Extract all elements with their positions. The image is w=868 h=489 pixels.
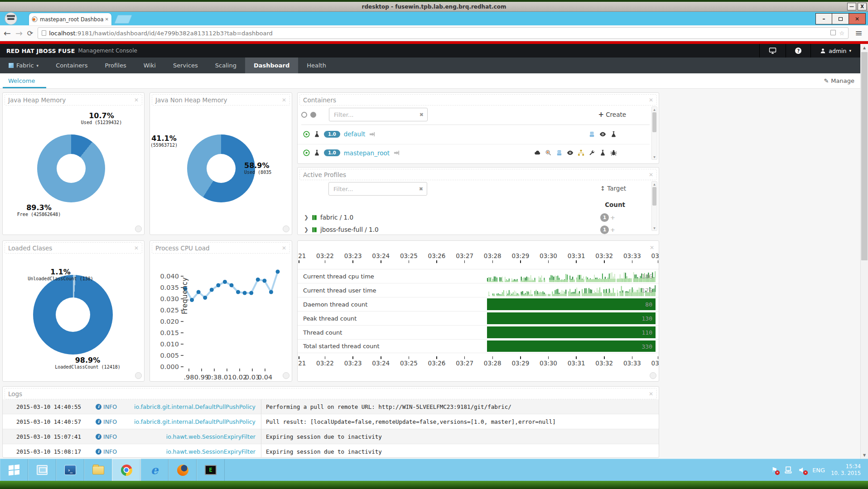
close-icon[interactable]: ✕ [649, 172, 653, 178]
rdesktop-close-button[interactable]: X [858, 3, 867, 10]
flask-icon[interactable] [313, 131, 320, 138]
clear-filter-icon[interactable]: ✖ [420, 112, 427, 118]
count-badge[interactable]: 1 [600, 213, 609, 222]
eye-icon[interactable] [599, 131, 606, 138]
widget-titlebar[interactable]: Containers✕ [299, 94, 657, 105]
widget-titlebar[interactable]: Process CPU Load✕ [152, 242, 290, 254]
add-profile-icon[interactable]: + [610, 226, 615, 233]
target-sort-button[interactable]: ↕ Target [600, 185, 626, 192]
profile-name[interactable]: jboss-fuse-full / 1.0 [320, 226, 378, 233]
close-icon[interactable]: ✕ [649, 97, 653, 103]
nav-item-dashboard[interactable]: Dashboard [245, 58, 298, 73]
container-row-mastepan-root[interactable]: 1.0 mastepan_root [298, 144, 650, 161]
chrome-taskbar-button[interactable] [112, 459, 140, 481]
clear-filter-icon[interactable]: ✖ [419, 186, 427, 192]
language-indicator[interactable]: ENG [812, 467, 825, 474]
profile-name[interactable]: fabric / 1.0 [320, 214, 353, 221]
container-link-mastepan-root[interactable]: mastepan_root [344, 149, 390, 157]
resize-handle[interactable] [283, 225, 289, 232]
resize-handle[interactable] [135, 372, 142, 379]
start-container-icon[interactable] [303, 131, 310, 138]
powershell-button[interactable]: ›_ [56, 459, 84, 481]
chevron-right-icon[interactable]: ❯ [304, 226, 309, 233]
nav-item-profiles[interactable]: Profiles [96, 58, 135, 73]
containers-filter-input[interactable] [329, 111, 420, 118]
widget-scrollbar[interactable]: ▲▼ [651, 181, 657, 231]
user-menu[interactable]: admin ▾ [810, 44, 860, 58]
forward-icon[interactable]: → [15, 29, 23, 38]
widget-titlebar[interactable]: Active Profiles✕ [299, 169, 657, 180]
nav-item-scaling[interactable]: Scaling [207, 58, 245, 73]
manage-button[interactable]: ✎Manage [824, 77, 854, 84]
volume-muted-icon[interactable]: ✕ [798, 466, 806, 474]
flask-icon[interactable] [313, 149, 320, 156]
container-row-default[interactable]: 1.0 default [298, 125, 650, 143]
resize-handle[interactable] [650, 372, 656, 379]
nav-item-services[interactable]: Services [164, 58, 207, 73]
browser-restore-button[interactable] [832, 13, 849, 24]
wrench-icon[interactable] [588, 149, 595, 156]
back-icon[interactable]: ← [4, 29, 11, 38]
close-icon[interactable]: ✕ [282, 97, 286, 103]
browser-minimize-button[interactable]: – [815, 13, 832, 24]
widget-titlebar[interactable]: Loaded Clases✕ [5, 242, 142, 254]
bug-icon[interactable] [610, 149, 617, 156]
cloud-icon[interactable] [534, 149, 541, 156]
flask-icon[interactable] [599, 149, 606, 156]
resize-handle[interactable] [283, 372, 289, 379]
eye-icon[interactable] [567, 149, 574, 156]
count-badge[interactable]: 1 [600, 225, 609, 234]
start-container-icon[interactable] [303, 149, 310, 156]
file-explorer-button[interactable] [84, 459, 112, 481]
add-profile-icon[interactable]: + [610, 214, 615, 221]
status-filter-outline-icon[interactable] [301, 112, 307, 118]
close-icon[interactable]: ✕ [649, 391, 653, 397]
nav-item-wiki[interactable]: Wiki [135, 58, 164, 73]
profile-row-fabric[interactable]: ❯ fabric / 1.0 1+ [304, 212, 650, 223]
scroll-down-icon[interactable]: ▼ [861, 451, 868, 459]
internet-explorer-button[interactable]: e [140, 459, 169, 481]
url-text[interactable]: localhost:9181/hawtio/dashboard/id/4e799… [49, 30, 273, 37]
action-center-flag-icon[interactable]: ⚑✕ [770, 466, 778, 474]
chrome-menu-icon[interactable]: ≡ [853, 28, 864, 38]
chevron-right-icon[interactable]: ❯ [304, 214, 309, 221]
profile-row-jboss-fuse-full[interactable]: ❯ jboss-fuse-full / 1.0 1+ [304, 224, 650, 235]
profiles-filter-input[interactable] [329, 186, 419, 192]
reload-icon[interactable]: ⟳ [27, 29, 33, 38]
sitemap-icon[interactable] [578, 149, 584, 156]
scrollbar-thumb[interactable] [861, 52, 868, 260]
translate-icon[interactable] [830, 30, 836, 35]
close-icon[interactable]: ✕ [650, 244, 654, 251]
widget-titlebar[interactable]: Java Non Heap Memory✕ [152, 94, 290, 105]
robot-icon[interactable] [556, 149, 563, 156]
page-scrollbar[interactable]: ▲ ▼ [860, 44, 868, 459]
address-bar[interactable]: localhost:9181/hawtio/dashboard/id/4e799… [38, 27, 849, 39]
scroll-up-icon[interactable]: ▲ [861, 44, 868, 51]
status-filter-filled-icon[interactable] [310, 112, 316, 118]
tab-close-icon[interactable]: ✕ [105, 17, 109, 22]
version-badge[interactable]: 1.0 [324, 131, 340, 138]
nav-item-health[interactable]: Health [298, 58, 335, 73]
widget-titlebar[interactable]: Logs✕ [5, 388, 657, 399]
taskbar-clock[interactable]: 15:3410. 3. 2015 [831, 463, 863, 477]
network-icon[interactable] [784, 466, 792, 474]
version-badge[interactable]: 1.0 [324, 149, 340, 156]
create-container-button[interactable]: +Create [598, 110, 626, 119]
open-container-icon[interactable] [369, 131, 376, 138]
open-container-icon[interactable] [393, 149, 400, 156]
container-link-default[interactable]: default [344, 130, 366, 138]
server-manager-button[interactable] [28, 459, 56, 481]
connect-button[interactable] [759, 44, 786, 58]
bookmark-star-icon[interactable]: ☆ [839, 30, 845, 37]
log-logger-link[interactable]: io.fabric8.git.internal.DefaultPullPushP… [134, 403, 261, 410]
close-icon[interactable]: ✕ [282, 245, 286, 251]
log-logger-link[interactable]: io.hawt.web.SessionExpiryFilter [134, 448, 261, 455]
nav-item-fabric[interactable]: Fabric▾ [0, 58, 47, 73]
close-icon[interactable]: ✕ [134, 97, 139, 103]
close-icon[interactable]: ✕ [134, 245, 139, 251]
resize-handle[interactable] [135, 225, 142, 232]
flask-icon[interactable] [610, 131, 617, 138]
widget-titlebar[interactable]: Java Heap Memory✕ [5, 94, 142, 105]
tab-welcome[interactable]: Welcome [8, 77, 35, 84]
log-logger-link[interactable]: io.hawt.web.SessionExpiryFilter [134, 433, 261, 440]
